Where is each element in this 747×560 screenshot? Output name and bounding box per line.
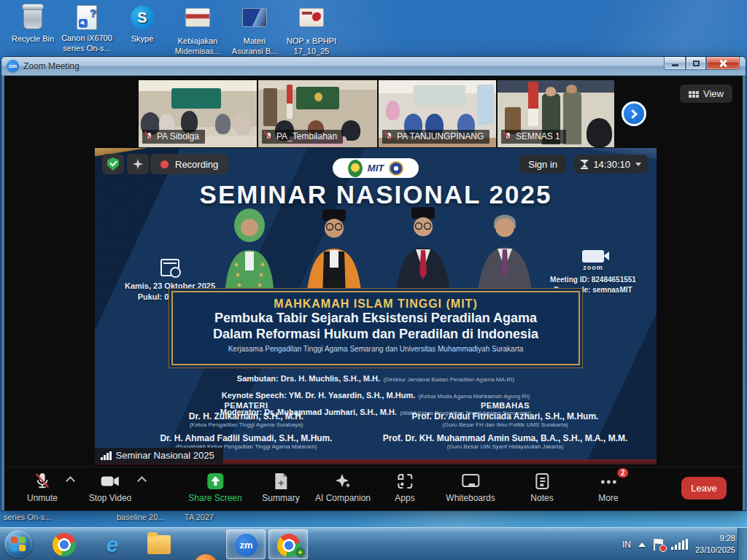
taskbar-zoom-active[interactable]: zm (226, 529, 266, 559)
pembahas-column: PEMBAHAS Prof. Dr. Aidul Fitriciada Azha… (376, 401, 635, 450)
desktop-icon-label2: Midernisas... (166, 47, 229, 57)
desktop-icon-label: NOP x BPHPI (280, 36, 343, 47)
start-button[interactable] (4, 530, 32, 558)
taskbar-chrome-active[interactable] (268, 529, 308, 559)
share-source-label: Seminar Nasional 2025 (95, 448, 223, 464)
video-options-chevron[interactable] (137, 476, 147, 486)
desktop-icon-label: Kebiajakan (166, 36, 229, 47)
apps-button[interactable]: Apps (395, 472, 414, 503)
minimize-icon (672, 64, 678, 66)
partial-desktop-label: TA 2027 (185, 513, 214, 521)
video-thumbnail[interactable]: PA_Tembilahan (258, 80, 377, 147)
desktop-icon-kebiajakan[interactable]: Kebiajakan Midernisas... (166, 4, 229, 57)
logo-badge (348, 160, 363, 177)
minimize-button[interactable] (664, 57, 686, 70)
more-button[interactable]: More 2 (598, 472, 618, 503)
video-thumbnail[interactable]: PA Sibolga (139, 80, 257, 147)
signal-bars-icon (101, 451, 112, 460)
window-titlebar[interactable]: zm Zoom Meeting (1, 57, 746, 76)
zoom-app-icon: zm (7, 60, 19, 72)
participant-name-badge: SEMNAS 1 (501, 130, 566, 144)
timer-value: 14:30:10 (593, 159, 630, 170)
close-button[interactable] (706, 57, 740, 70)
window-title: Zoom Meeting (23, 61, 80, 71)
taskbar-ie-icon[interactable]: e (101, 533, 124, 556)
taskbar-media-player-icon[interactable] (194, 554, 217, 560)
desktop-icon-skype[interactable]: S Skype (111, 4, 174, 44)
recording-indicator[interactable]: Recording (150, 154, 228, 174)
ai-companion-button[interactable]: AI Companion (315, 472, 371, 503)
zoom-toolbar: Unmute Stop Video Share Screen (4, 467, 743, 510)
recording-dot-icon (160, 160, 169, 168)
desktop-icon-canon[interactable]: ? Canon iX6700 series On-s... (55, 4, 118, 54)
desktop-icon-label: Skype (111, 34, 174, 44)
speakers-photo (204, 203, 547, 298)
sign-in-button[interactable]: Sign in (519, 155, 566, 174)
desktop-icon-label2: 17_10_25 (280, 47, 343, 57)
view-button[interactable]: View (680, 85, 732, 103)
show-desktop-button[interactable] (738, 528, 747, 560)
action-center-flag-icon[interactable] (653, 539, 664, 551)
extension-badge-icon (295, 548, 305, 557)
show-hidden-icons-button[interactable] (638, 542, 646, 547)
document-thumbnail-icon (185, 8, 211, 34)
taskbar-clock[interactable]: 9:28 23/10/2025 (695, 533, 735, 556)
next-page-button[interactable] (622, 101, 646, 126)
room-sign (171, 88, 221, 109)
close-icon (719, 59, 727, 68)
share-screen-button[interactable]: Share Screen (188, 472, 241, 503)
whiteboards-button[interactable]: Whiteboards (446, 472, 495, 503)
document-thumbnail-icon (241, 8, 268, 34)
ai-companion-overlay-button[interactable] (127, 154, 149, 174)
meeting-timer[interactable]: 14:30:10 (574, 155, 648, 174)
muted-mic-icon (145, 132, 153, 141)
flowers (386, 101, 400, 121)
participant-name-badge: PA TANJUNGPINANG (382, 130, 489, 144)
indonesia-flag (287, 85, 293, 120)
pemateri-column: PEMATERI Dr. H. Zulkarnain, S.H., M.H. (… (117, 401, 376, 450)
meeting-client-area: PA Sibolga PA_Tembilahan (1, 76, 746, 510)
room-sign (414, 85, 465, 106)
maximize-button[interactable] (686, 57, 706, 70)
clock-time: 9:28 (720, 534, 735, 542)
windows-logo-icon (11, 537, 26, 551)
window (477, 85, 494, 125)
banner-title: MAHKAMAH ISLAM TINGGI (MIT) (173, 298, 578, 311)
zoom-meeting-info: zoom Meeting ID: 82484651551 Passcode: s… (538, 250, 648, 295)
mic-options-chevron[interactable] (66, 476, 75, 486)
windows-taskbar: e zm IN 9:28 23/10/2025 (0, 527, 747, 560)
desktop-icon-materi[interactable]: Materi Asuransi B... (223, 4, 286, 57)
more-dots-icon (599, 472, 618, 490)
canon-driver-icon: ? (74, 5, 100, 31)
summary-button[interactable]: Summary (262, 472, 299, 503)
stop-video-button[interactable]: Stop Video (89, 472, 132, 503)
desktop-icon-label: Materi (223, 36, 286, 47)
zoom-wordmark: zoom (538, 263, 648, 272)
skype-icon: S (129, 6, 155, 32)
hourglass-icon (581, 160, 588, 169)
recycle-bin-icon (20, 6, 46, 32)
clock-date: 23/10/2025 (695, 545, 735, 554)
security-button[interactable] (102, 154, 124, 174)
video-thumbnail[interactable]: PA TANJUNGPINANG (379, 80, 496, 147)
video-thumbnail[interactable]: SEMNAS 1 (498, 80, 614, 147)
shield-check-icon (107, 158, 119, 171)
leave-button[interactable]: Leave (681, 477, 727, 499)
desktop-icon-nop[interactable]: NOP x BPHPI 17_10_25 (280, 4, 343, 57)
muted-mic-icon (265, 132, 273, 141)
share-screen-icon (206, 472, 224, 490)
zoom-camera-icon (582, 250, 604, 262)
desktop: Recycle Bin ? Canon iX6700 series On-s..… (0, 0, 747, 560)
language-indicator[interactable]: IN (622, 540, 631, 550)
notes-icon (534, 472, 550, 490)
muted-mic-icon (34, 472, 50, 490)
taskbar-explorer-icon[interactable] (147, 535, 171, 554)
taskbar-chrome-icon[interactable] (53, 533, 76, 556)
muted-mic-icon (504, 132, 512, 141)
unmute-button[interactable]: Unmute (27, 472, 58, 503)
participant-name-badge: PA_Tembilahan (262, 130, 343, 144)
network-signal-icon[interactable] (671, 539, 688, 550)
notes-button[interactable]: Notes (530, 472, 553, 503)
zoom-app-icon: zm (235, 534, 258, 556)
shared-screen-poster: MIT SEMINAR NASIONAL 2025 (95, 148, 657, 464)
